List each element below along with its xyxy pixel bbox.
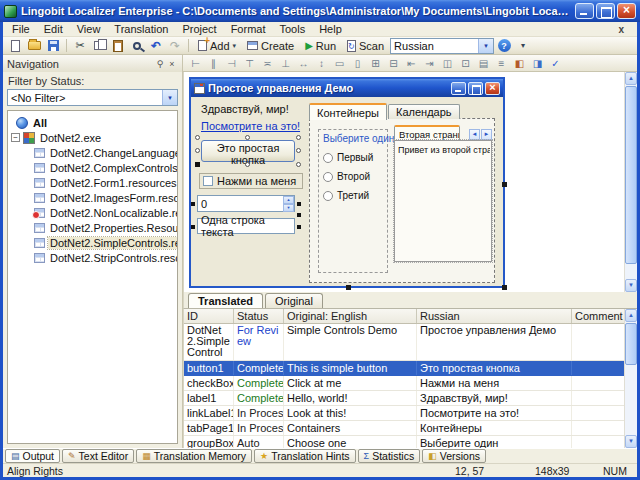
- numeric-updown[interactable]: 0 ▲ ▼: [197, 195, 295, 212]
- cell-status[interactable]: In Process: [234, 406, 284, 420]
- new-icon[interactable]: [6, 38, 24, 54]
- single-line-textbox[interactable]: Одна строка текста: [197, 218, 295, 234]
- cell-comment[interactable]: [572, 406, 624, 420]
- tab-order-icon[interactable]: ≡: [493, 56, 510, 71]
- column-header-russian[interactable]: Russian: [417, 309, 572, 323]
- cell-russian[interactable]: Посмотрите на это!: [417, 406, 572, 420]
- menu-item[interactable]: Help: [312, 23, 349, 35]
- show-guides-icon[interactable]: ◧: [511, 56, 528, 71]
- cell-id[interactable]: tabPage1: [184, 421, 234, 435]
- menu-item[interactable]: File: [5, 23, 37, 35]
- textbox-value[interactable]: Одна строка текста: [201, 214, 294, 238]
- bottom-tab[interactable]: ✎ Text Editor: [62, 449, 134, 463]
- cell-id[interactable]: button1: [184, 361, 234, 375]
- spin-down-icon[interactable]: ▼: [283, 204, 294, 212]
- simple-button[interactable]: Это простая кнопка: [201, 140, 295, 162]
- make-same-width-icon[interactable]: ▭: [331, 56, 348, 71]
- radio-option[interactable]: Третий: [323, 190, 387, 201]
- make-same-size-icon[interactable]: ⊞: [367, 56, 384, 71]
- menu-item[interactable]: Tools: [272, 23, 312, 35]
- redo-icon[interactable]: ↷: [166, 38, 184, 54]
- preview-close-button[interactable]: [485, 82, 500, 95]
- tree-item[interactable]: DotNet2.ChangeLanguageDlg.resources: [8, 145, 177, 160]
- table-row[interactable]: tabPage1 In Process Containers Контейнер…: [184, 421, 624, 436]
- scroll-down-icon[interactable]: ▼: [625, 435, 637, 448]
- pin-icon[interactable]: ⚲: [154, 59, 166, 69]
- selection-handle[interactable]: [296, 162, 301, 167]
- cell-comment[interactable]: [572, 436, 624, 448]
- tree-item[interactable]: DotNet2.SimpleControls.resources: [8, 235, 177, 250]
- dialog-tab[interactable]: Календарь: [388, 104, 460, 119]
- tree-item[interactable]: DotNet2.ComplexControls.resources: [8, 160, 177, 175]
- cell-comment[interactable]: [572, 421, 624, 435]
- preview-dialog-titlebar[interactable]: Простое управления Демо: [191, 79, 503, 97]
- menu-item[interactable]: Format: [224, 23, 273, 35]
- cell-russian[interactable]: Простое управления Демо: [417, 324, 572, 360]
- tree-item[interactable]: DotNet2.StripControls.resources: [8, 250, 177, 265]
- radio-option[interactable]: Первый: [323, 152, 387, 163]
- menu-item[interactable]: Project: [175, 23, 223, 35]
- collapse-icon[interactable]: −: [11, 133, 20, 142]
- bottom-tab[interactable]: ★ Translation Hints: [254, 449, 355, 463]
- cut-icon[interactable]: ✂: [71, 38, 89, 54]
- cell-id[interactable]: groupBox1: [184, 436, 234, 448]
- status-filter-dropdown-icon[interactable]: ▼: [162, 90, 177, 105]
- align-bottoms-icon[interactable]: ⊥: [277, 56, 294, 71]
- tree-item[interactable]: DotNet2.Form1.resources: [8, 175, 177, 190]
- radio-circle-icon[interactable]: [323, 153, 333, 163]
- cell-comment[interactable]: [572, 361, 624, 375]
- cell-original[interactable]: Hello, world!: [284, 391, 417, 405]
- align-to-grid-icon[interactable]: ▤: [475, 56, 492, 71]
- undo-icon[interactable]: ↶: [147, 38, 165, 54]
- cell-id[interactable]: label1: [184, 391, 234, 405]
- maximize-button[interactable]: [596, 3, 615, 19]
- close-button[interactable]: [617, 3, 636, 19]
- form-selection-handle[interactable]: [502, 182, 507, 187]
- cell-original[interactable]: Look at this!: [284, 406, 417, 420]
- cell-comment[interactable]: [572, 324, 624, 360]
- align-tops-icon[interactable]: ⊤: [241, 56, 258, 71]
- table-row[interactable]: label1 Complete Hello, world! Здравствуй…: [184, 391, 624, 406]
- dialog-editor-canvas[interactable]: Простое управления Демо Здравствуй, мир!…: [183, 72, 637, 292]
- make-same-height-icon[interactable]: ▯: [349, 56, 366, 71]
- status-filter-select[interactable]: <No Filter> ▼: [7, 89, 178, 106]
- open-icon[interactable]: [25, 38, 43, 54]
- cell-original[interactable]: This is simple button: [284, 361, 417, 375]
- cell-status[interactable]: In Process: [234, 421, 284, 435]
- grow-largest-height-icon[interactable]: ⇥: [421, 56, 438, 71]
- scroll-down-icon[interactable]: ▼: [625, 279, 637, 292]
- spinner[interactable]: ▲ ▼: [283, 196, 294, 211]
- cell-original[interactable]: Choose one: [284, 436, 417, 448]
- menu-item[interactable]: View: [70, 23, 108, 35]
- bottom-tab[interactable]: Σ Statistics: [358, 449, 421, 463]
- cell-russian[interactable]: Выберите один: [417, 436, 572, 448]
- selection-handle[interactable]: [195, 135, 200, 140]
- form-selection-handle[interactable]: [502, 285, 507, 290]
- size-to-text-icon[interactable]: ⊟: [385, 56, 402, 71]
- bottom-tab[interactable]: ▤ Output: [5, 449, 60, 463]
- paste-icon[interactable]: [109, 38, 127, 54]
- cell-status[interactable]: Complete: [234, 391, 284, 405]
- language-dropdown-icon[interactable]: ▼: [478, 39, 493, 53]
- panel-close-icon[interactable]: ×: [166, 59, 178, 69]
- bottom-tab[interactable]: ◧ Versions: [422, 449, 486, 463]
- menubar-close-icon[interactable]: x: [610, 24, 632, 35]
- menu-item[interactable]: Translation: [107, 23, 175, 35]
- table-row[interactable]: checkBox1 Complete Click at me Нажми на …: [184, 376, 624, 391]
- selection-handle[interactable]: [191, 202, 195, 206]
- space-down-icon[interactable]: ↕: [313, 56, 330, 71]
- tree-item[interactable]: DotNet2.NonLocalizable.resources: [8, 205, 177, 220]
- grid-vertical-scrollbar[interactable]: ▲ ▼: [624, 309, 637, 448]
- selection-handle[interactable]: [296, 148, 301, 153]
- column-header-status[interactable]: Status: [234, 309, 284, 323]
- table-row[interactable]: button1 Complete This is simple button Э…: [184, 361, 624, 376]
- column-header-original[interactable]: Original: English: [284, 309, 417, 323]
- tree-item[interactable]: DotNet2.Properties.Resources.resources: [8, 220, 177, 235]
- find-icon[interactable]: [128, 38, 146, 54]
- cell-russian[interactable]: Нажми на меня: [417, 376, 572, 390]
- cell-russian[interactable]: Это простая кнопка: [417, 361, 572, 375]
- tab-scroll-left-icon[interactable]: ◄: [469, 129, 480, 140]
- cell-comment[interactable]: [572, 376, 624, 390]
- cell-status[interactable]: Complete: [234, 361, 284, 375]
- cell-id[interactable]: DotNet2.SimpleControls.resources: [184, 324, 234, 360]
